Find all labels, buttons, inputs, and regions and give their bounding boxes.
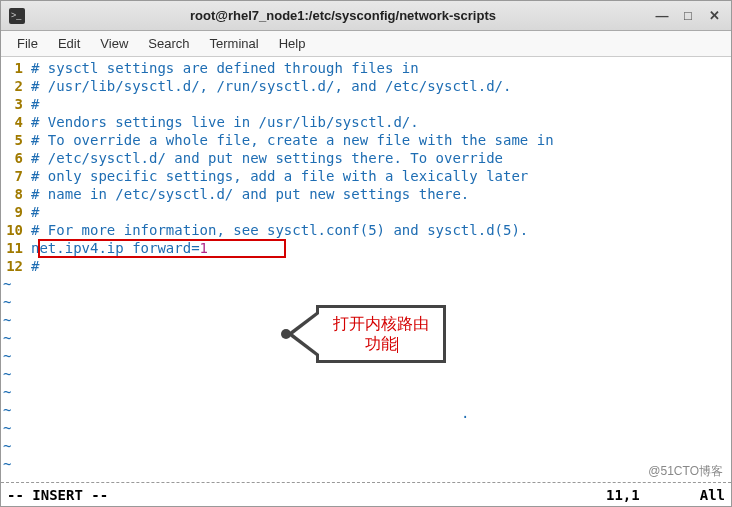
close-button[interactable]: ✕ [705, 7, 723, 25]
setting-key: net.ipv4.ip_forward [31, 239, 191, 257]
scroll-indicator: All [700, 487, 725, 503]
comment-text: # To override a whole file, create a new… [31, 131, 554, 149]
menu-terminal[interactable]: Terminal [200, 32, 269, 55]
window-controls: — □ ✕ [653, 7, 723, 25]
menu-view[interactable]: View [90, 32, 138, 55]
cursor-position: 11,1 [606, 487, 640, 503]
line-number: 5 [1, 131, 31, 149]
terminal-icon [9, 8, 25, 24]
code-line: 11net.ipv4.ip_forward=1 [1, 239, 731, 257]
code-line: 8# name in /etc/sysctl.d/ and put new se… [1, 185, 731, 203]
code-line: 9# [1, 203, 731, 221]
minimize-button[interactable]: — [653, 7, 671, 25]
line-number: 7 [1, 167, 31, 185]
code-line: 4# Vendors settings live in /usr/lib/sys… [1, 113, 731, 131]
comment-text: # Vendors settings live in /usr/lib/sysc… [31, 113, 419, 131]
window-titlebar: root@rhel7_node1:/etc/sysconfig/network-… [1, 1, 731, 31]
code-line: 6# /etc/sysctl.d/ and put new settings t… [1, 149, 731, 167]
empty-line: ~ [1, 455, 731, 473]
empty-line: ~ [1, 437, 731, 455]
comment-text: # [31, 95, 39, 113]
code-line: 7# only specific settings, add a file wi… [1, 167, 731, 185]
center-mark: . [461, 404, 469, 422]
window-title: root@rhel7_node1:/etc/sysconfig/network-… [33, 8, 653, 23]
line-number: 10 [1, 221, 31, 239]
comment-text: # name in /etc/sysctl.d/ and put new set… [31, 185, 469, 203]
line-number: 6 [1, 149, 31, 167]
line-number: 3 [1, 95, 31, 113]
menu-search[interactable]: Search [138, 32, 199, 55]
comment-text: # [31, 257, 39, 275]
code-line: 5# To override a whole file, create a ne… [1, 131, 731, 149]
comment-text: # /etc/sysctl.d/ and put new settings th… [31, 149, 503, 167]
code-line: 1# sysctl settings are defined through f… [1, 59, 731, 77]
empty-line: ~ [1, 347, 731, 365]
empty-line: ~ [1, 419, 731, 437]
code-line: 2# /usr/lib/sysctl.d/, /run/sysctl.d/, a… [1, 77, 731, 95]
empty-line: ~ [1, 329, 731, 347]
line-number: 8 [1, 185, 31, 203]
equals-sign: = [191, 239, 199, 257]
line-number: 2 [1, 77, 31, 95]
empty-line: ~ [1, 365, 731, 383]
line-number: 4 [1, 113, 31, 131]
empty-line: ~ [1, 383, 731, 401]
vim-status-bar: -- INSERT -- 11,1 All [1, 482, 731, 506]
maximize-button[interactable]: □ [679, 7, 697, 25]
empty-line: ~ [1, 293, 731, 311]
watermark-text: @51CTO博客 [648, 463, 723, 480]
line-number: 1 [1, 59, 31, 77]
editor-area[interactable]: 1# sysctl settings are defined through f… [1, 57, 731, 482]
empty-line: ~ [1, 401, 731, 419]
line-number: 9 [1, 203, 31, 221]
code-line: 3# [1, 95, 731, 113]
line-number: 11 [1, 239, 31, 257]
code-line: 10# For more information, see sysctl.con… [1, 221, 731, 239]
comment-text: # only specific settings, add a file wit… [31, 167, 528, 185]
comment-text: # For more information, see sysctl.conf(… [31, 221, 528, 239]
empty-line: ~ [1, 275, 731, 293]
menu-edit[interactable]: Edit [48, 32, 90, 55]
setting-value: 1 [200, 239, 208, 257]
menu-file[interactable]: File [7, 32, 48, 55]
menu-help[interactable]: Help [269, 32, 316, 55]
empty-line: ~ [1, 311, 731, 329]
code-line: 12# [1, 257, 731, 275]
comment-text: # sysctl settings are defined through fi… [31, 59, 419, 77]
menu-bar: File Edit View Search Terminal Help [1, 31, 731, 57]
line-number: 12 [1, 257, 31, 275]
vim-mode: -- INSERT -- [7, 487, 606, 503]
comment-text: # [31, 203, 39, 221]
comment-text: # /usr/lib/sysctl.d/, /run/sysctl.d/, an… [31, 77, 511, 95]
